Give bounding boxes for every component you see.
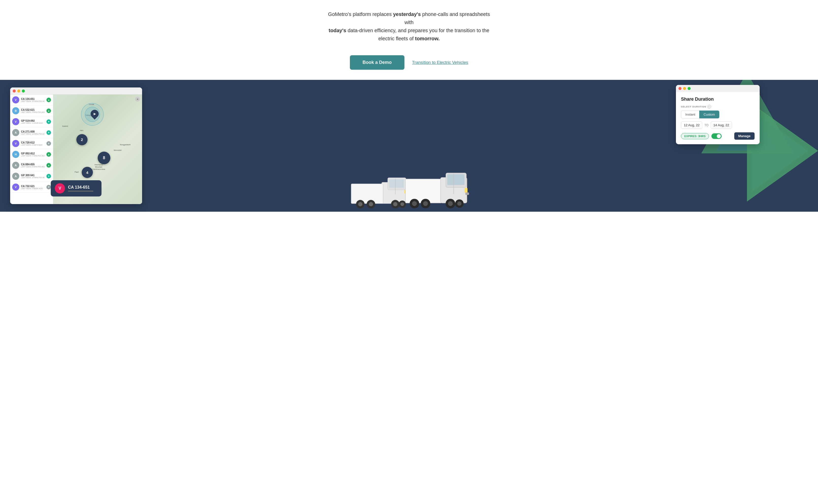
vehicle-info: GP 892-812 LAST SEEN: 4 MINUTES AGO — [21, 152, 45, 157]
vehicle-list-item[interactable]: B CA 532-621 LAST SEEN: 3 MINUTES AGO ▲ — [10, 105, 53, 116]
map-label-kasteel: Kasteel — [62, 125, 68, 127]
vehicle-avatar: V — [12, 96, 19, 103]
hero-bold-yesterday: yesterday's — [393, 11, 421, 17]
instant-button[interactable]: Instant — [681, 111, 699, 118]
vehicle-status-icon: ▼ — [46, 130, 51, 135]
vehicle-avatar: V — [12, 184, 19, 191]
map-label-worcester: Worcester — [114, 149, 122, 151]
vehicle-list: V CA 134-651 LAST SEEN: 10 MINUTES AGO ▲… — [10, 95, 53, 204]
vehicle-id: CA 134-651 — [21, 98, 45, 100]
cluster-marker-2a[interactable]: 2 — [76, 134, 87, 145]
hero-bold-today: today's — [329, 28, 346, 33]
svg-point-27 — [457, 202, 461, 206]
svg-point-21 — [412, 201, 417, 206]
cluster-marker-4[interactable]: 4 — [82, 167, 93, 178]
vehicle-list-item[interactable]: A CA 884-855 LAST SEEN: 8 MINUTES AGO ▲ — [10, 160, 53, 171]
toggle-switch[interactable] — [712, 133, 722, 139]
window-minimize-dot — [17, 89, 20, 93]
manage-button[interactable]: Manage — [734, 132, 755, 140]
vehicle-tooltip: V CA 134-651 — [51, 180, 101, 196]
duration-toggle: Instant Custom — [681, 111, 755, 118]
hero-paragraph: GoMetro's platform replaces yesterday's … — [325, 10, 493, 43]
vehicle-list-item[interactable]: A GP 309 641 LAST SEEN: 15 MINUTES AGO ▼ — [10, 171, 53, 182]
vehicle-status-icon: ▼ — [46, 185, 51, 189]
vehicle-status-icon: ▼ — [46, 141, 51, 146]
vehicle-last-seen: LAST SEEN: 15 MINUTES AGO — [21, 177, 45, 178]
window-close-dot — [13, 89, 16, 93]
map-label-nooggedacht: Nooggedacht — [120, 144, 131, 146]
vehicle-last-seen: LAST SEEN: 10 MINUTES AGO — [21, 133, 45, 135]
hero-section: GoMetro's platform replaces yesterday's … — [320, 0, 498, 48]
vehicle-info: CA 884-855 LAST SEEN: 8 MINUTES AGO — [21, 163, 45, 168]
ev-transition-link[interactable]: Transition to Electric Vehicles — [412, 60, 468, 65]
visual-section: V CA 134-651 LAST SEEN: 10 MINUTES AGO ▲… — [0, 80, 818, 212]
vehicle-info: CA 732-521 LAST SEEN: 1 WEEK AGO — [21, 185, 45, 189]
map-label-herr: Herr. — [80, 130, 84, 131]
vehicle-list-item[interactable]: V GP 519-092 LAST SEEN: 1 HOUR AGO ▼ — [10, 116, 53, 127]
date-to-field[interactable]: 14 Aug, 22 — [711, 121, 732, 129]
vehicle-list-item[interactable]: V CA 732-521 LAST SEEN: 1 WEEK AGO ▼ — [10, 182, 53, 193]
expires-badge: EXPIRES: 3HRS — [681, 133, 709, 139]
vehicle-id: CA 271-008 — [21, 130, 45, 133]
share-modal-maximize-dot — [688, 87, 691, 90]
expires-row: EXPIRES: 3HRS Manage — [681, 132, 755, 140]
vehicle-id: GP 519-092 — [21, 119, 45, 122]
vehicle-avatar: B — [12, 107, 19, 114]
vehicle-info: CA 720-612 LAST SEEN: 2 DAYS AGO — [21, 141, 45, 146]
vehicle-last-seen: LAST SEEN: 3 MINUTES AGO — [21, 111, 45, 113]
svg-rect-28 — [465, 192, 469, 195]
vehicle-avatar: A — [12, 173, 19, 180]
cluster-marker-8[interactable]: 8 — [98, 152, 110, 164]
vehicle-avatar: A — [12, 162, 19, 169]
share-duration-modal: Share Duration SELECT DURATION i Instant… — [676, 85, 760, 144]
trucks-area — [346, 166, 472, 212]
vehicle-id: CA 732-521 — [21, 185, 45, 188]
vehicle-last-seen: LAST SEEN: 2 DAYS AGO — [21, 144, 45, 146]
window-maximize-dot — [22, 89, 25, 93]
vehicle-info: CA 532-621 LAST SEEN: 3 MINUTES AGO — [21, 109, 45, 113]
map-label-hawequas: HawequasMountainCatchment Area — [92, 164, 105, 170]
vehicle-id: CA 720-612 — [21, 141, 45, 144]
date-to-label: TO — [704, 123, 708, 127]
svg-rect-2 — [389, 179, 404, 188]
share-modal-minimize-dot — [683, 87, 686, 90]
share-select-label: SELECT DURATION i — [681, 105, 755, 109]
date-from-field[interactable]: 12 Aug, 22 — [681, 121, 702, 129]
vehicle-avatar: H — [12, 151, 19, 158]
vehicle-last-seen: LAST SEEN: 1 WEEK AGO — [21, 188, 45, 189]
svg-point-11 — [400, 202, 404, 206]
vehicle-id: GP 892-812 — [21, 152, 45, 155]
custom-button[interactable]: Custom — [699, 111, 719, 118]
tooltip-avatar: V — [55, 183, 65, 193]
vehicle-last-seen: LAST SEEN: 1 HOUR AGO — [21, 122, 45, 124]
vehicle-list-item[interactable]: A CA 271-008 LAST SEEN: 10 MINUTES AGO ▼ — [10, 127, 53, 138]
map-close-button[interactable]: ✕ — [135, 97, 140, 102]
vehicle-id: GP 309 641 — [21, 174, 45, 177]
vehicle-info: GP 309 641 LAST SEEN: 15 MINUTES AGO — [21, 174, 45, 178]
book-demo-button[interactable]: Book a Demo — [350, 55, 404, 70]
vehicle-id: CA 532-621 — [21, 109, 45, 111]
truck-1 — [348, 171, 409, 212]
share-modal-close-dot — [679, 87, 682, 90]
vehicle-list-item[interactable]: V CA 134-651 LAST SEEN: 10 MINUTES AGO ▲ — [10, 95, 53, 105]
fleet-titlebar — [10, 87, 142, 95]
tooltip-vehicle-id: CA 134-651 — [68, 185, 93, 190]
vehicle-avatar: A — [12, 129, 19, 136]
vehicle-list-item[interactable]: H GP 892-812 LAST SEEN: 4 MINUTES AGO ▲ — [10, 149, 53, 160]
vehicle-status-icon: ▼ — [46, 119, 51, 124]
vehicle-status-icon: ▲ — [46, 109, 51, 113]
svg-point-9 — [393, 202, 398, 206]
vehicle-info: CA 134-651 LAST SEEN: 10 MINUTES AGO — [21, 98, 45, 102]
tooltip-info: CA 134-651 — [68, 185, 93, 192]
truck-2 — [404, 167, 470, 212]
vehicle-status-icon: ▲ — [46, 98, 51, 102]
svg-point-23 — [423, 201, 428, 206]
vehicle-info: CA 271-008 LAST SEEN: 10 MINUTES AGO — [21, 130, 45, 135]
svg-point-5 — [358, 202, 363, 206]
vehicle-id: CA 884-855 — [21, 163, 45, 166]
share-duration-title: Share Duration — [681, 97, 755, 102]
tooltip-bar — [68, 191, 93, 192]
svg-point-25 — [448, 201, 453, 206]
share-modal-body: Share Duration SELECT DURATION i Instant… — [676, 92, 760, 144]
vehicle-list-item[interactable]: V CA 720-612 LAST SEEN: 2 DAYS AGO ▼ — [10, 138, 53, 149]
